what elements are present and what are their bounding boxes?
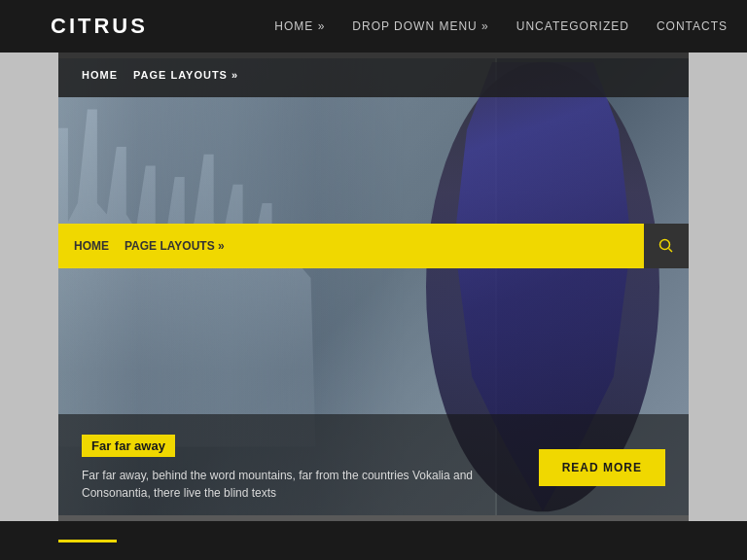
- logo: CITRUS: [51, 14, 148, 39]
- hero-body-text: Far far away, behind the word mountains,…: [82, 467, 490, 502]
- search-bc-layouts[interactable]: PAGE LAYOUTS »: [124, 239, 225, 253]
- search-bar[interactable]: HOME PAGE LAYOUTS »: [58, 224, 689, 268]
- breadcrumb-page-layouts[interactable]: PAGE LAYOUTS »: [125, 69, 246, 81]
- hero-content-overlay: Far far away Far far away, behind the wo…: [58, 414, 689, 521]
- search-icon: [658, 238, 674, 254]
- hero-text-area: Far far away Far far away, behind the wo…: [82, 435, 519, 502]
- breadcrumb: HOME PAGE LAYOUTS »: [58, 52, 262, 97]
- search-bc-home[interactable]: HOME: [74, 239, 109, 253]
- main-nav: HOME » DROP DOWN MENU » UNCATEGORIZED CO…: [274, 19, 728, 33]
- nav-dropdown[interactable]: DROP DOWN MENU »: [352, 19, 488, 33]
- outer-border-right: [689, 0, 747, 560]
- nav-home[interactable]: HOME »: [274, 19, 325, 33]
- outer-border-left: [0, 0, 58, 560]
- nav-uncategorized[interactable]: UNCATEGORIZED: [516, 19, 629, 33]
- header: CITRUS HOME » DROP DOWN MENU » UNCATEGOR…: [0, 0, 747, 52]
- search-button[interactable]: [644, 224, 689, 268]
- read-more-button[interactable]: READ MORE: [539, 449, 665, 486]
- nav-contacts[interactable]: CONTACTS: [657, 19, 728, 33]
- svg-line-1: [669, 249, 673, 253]
- breadcrumb-home[interactable]: HOME: [74, 69, 125, 81]
- footer-bar: [0, 521, 747, 560]
- svg-point-0: [660, 240, 670, 250]
- search-breadcrumb-area: HOME PAGE LAYOUTS »: [58, 239, 644, 253]
- breadcrumb-bar: HOME PAGE LAYOUTS »: [58, 52, 689, 97]
- footer-accent-line: [58, 540, 117, 542]
- hero-headline-badge: Far far away: [82, 435, 175, 457]
